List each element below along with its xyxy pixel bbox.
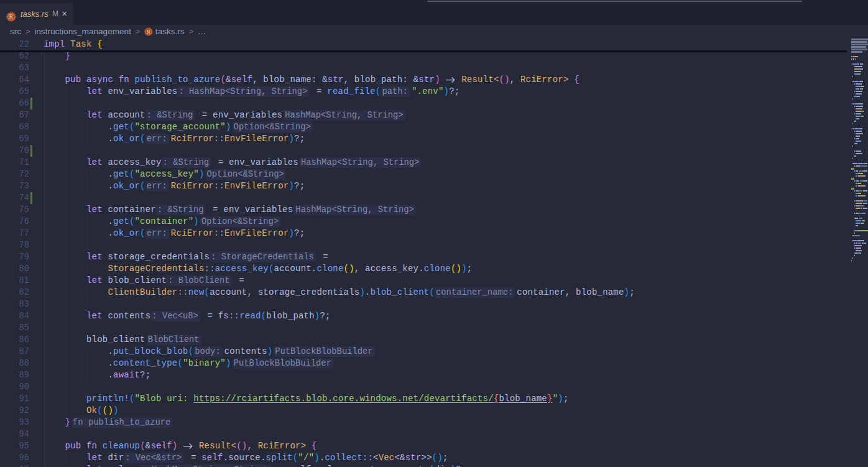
svg-text:R: R xyxy=(9,14,14,20)
svg-text:R: R xyxy=(147,29,151,35)
